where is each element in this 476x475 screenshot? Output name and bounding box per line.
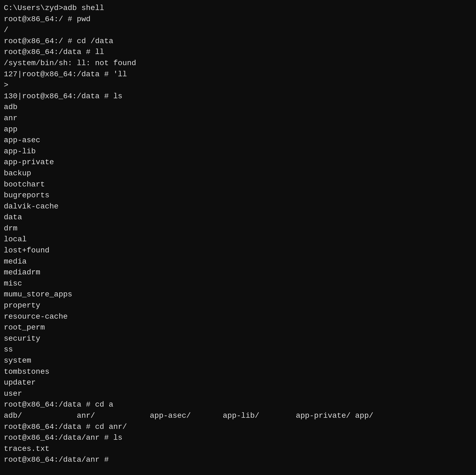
- terminal-line: app-lib: [4, 146, 472, 157]
- terminal-line: anr: [4, 113, 472, 124]
- terminal-output: C:\Users\zyd>adb shellroot@x86_64:/ # pw…: [4, 3, 472, 465]
- terminal-line: tombstones: [4, 366, 472, 378]
- terminal-line: root@x86_64:/data/anr # ls: [4, 432, 472, 444]
- terminal-line: dalvik-cache: [4, 201, 472, 212]
- terminal-line: ss: [4, 344, 472, 355]
- terminal-line: root@x86_64:/ # pwd: [4, 14, 472, 25]
- terminal-line: /: [4, 25, 472, 36]
- terminal-line: root@x86_64:/data # cd a: [4, 399, 472, 410]
- terminal-line: 127|root@x86_64:/data # 'll: [4, 69, 472, 80]
- terminal-line: adb: [4, 102, 472, 113]
- terminal-line: root@x86_64:/ # cd /data: [4, 36, 472, 47]
- terminal-line: root@x86_64:/data # cd anr/: [4, 422, 472, 433]
- terminal-line: app-asec: [4, 135, 472, 146]
- terminal-line: root_perm: [4, 322, 472, 333]
- terminal-line: data: [4, 212, 472, 223]
- terminal-line: security: [4, 333, 472, 344]
- terminal-line: media: [4, 256, 472, 267]
- terminal-line: root@x86_64:/data # ll: [4, 47, 472, 58]
- terminal-line: lost+found: [4, 245, 472, 256]
- terminal-line: 130|root@x86_64:/data # ls: [4, 91, 472, 102]
- terminal-line: bugreports: [4, 190, 472, 201]
- terminal-line: >: [4, 80, 472, 91]
- terminal-line: C:\Users\zyd>adb shell: [4, 3, 472, 14]
- terminal-line: property: [4, 300, 472, 311]
- terminal-line: local: [4, 234, 472, 245]
- terminal-line: mediadrm: [4, 267, 472, 278]
- terminal-line: updater: [4, 377, 472, 388]
- terminal-line: bootchart: [4, 179, 472, 190]
- terminal-line: app-private: [4, 157, 472, 168]
- terminal-line: app: [4, 124, 472, 135]
- terminal-line: mumu_store_apps: [4, 289, 472, 300]
- terminal-line: adb/ anr/ app-asec/ app-lib/ app-private…: [4, 410, 472, 422]
- terminal-line: system: [4, 355, 472, 366]
- terminal-line: root@x86_64:/data/anr #: [4, 454, 472, 465]
- terminal-line: misc: [4, 278, 472, 289]
- terminal-line: traces.txt: [4, 444, 472, 455]
- terminal-line: user: [4, 388, 472, 400]
- terminal-line: /system/bin/sh: ll: not found: [4, 58, 472, 69]
- terminal-line: drm: [4, 223, 472, 234]
- terminal-line: backup: [4, 168, 472, 179]
- terminal-line: resource-cache: [4, 311, 472, 322]
